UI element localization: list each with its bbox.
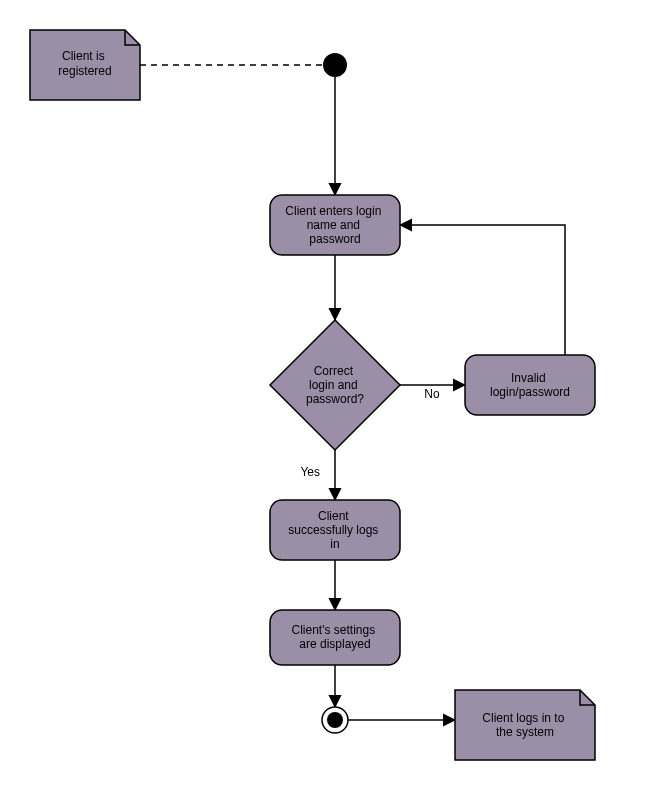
decision-correct-login: Correct login and password? [270, 320, 400, 450]
success-line2: successfully logs [288, 523, 378, 537]
svg-text:Client's settings
      are di: Client's settings are displayed [291, 623, 378, 651]
end-note-line2: the system [496, 725, 554, 739]
end-note-line1: Client logs in to [482, 711, 564, 725]
decision-line2: login and [309, 378, 358, 392]
decision-line1: Correct [314, 364, 354, 378]
enter-creds-line1: Client enters login [285, 204, 381, 218]
final-node [322, 707, 348, 733]
invalid-line2: login/password [490, 385, 570, 399]
enter-creds-line2: name and [307, 218, 360, 232]
edge-label-no: No [424, 387, 440, 401]
note-text-line1: Client is [62, 49, 105, 63]
activity-diagram: Client is registered Client enters login… [0, 0, 650, 797]
note-client-registered: Client is registered [30, 30, 140, 100]
edge-label-yes: Yes [300, 465, 320, 479]
svg-text:Client is
      registered: Client is registered [58, 49, 111, 78]
note-client-logs-in: Client logs in to the system [455, 690, 595, 760]
note-text-line2: registered [58, 64, 111, 78]
svg-point-11 [327, 712, 343, 728]
enter-creds-line3: password [309, 232, 360, 246]
edge-invalid-loop [400, 225, 565, 355]
success-line3: in [330, 537, 339, 551]
activity-successful-login: Client successfully logs in [270, 500, 400, 560]
settings-line2: are displayed [299, 637, 370, 651]
invalid-line1: Invalid [511, 371, 546, 385]
svg-text:Correct
      login and
      : Correct login and password? [306, 364, 364, 406]
success-line1: Client [318, 509, 349, 523]
settings-line1: Client's settings [291, 623, 375, 637]
activity-enter-credentials: Client enters login name and password [270, 195, 400, 255]
initial-node [323, 53, 347, 77]
activity-settings-displayed: Client's settings are displayed [270, 610, 400, 665]
decision-line3: password? [306, 392, 364, 406]
activity-invalid-login: Invalid login/password [465, 355, 595, 415]
